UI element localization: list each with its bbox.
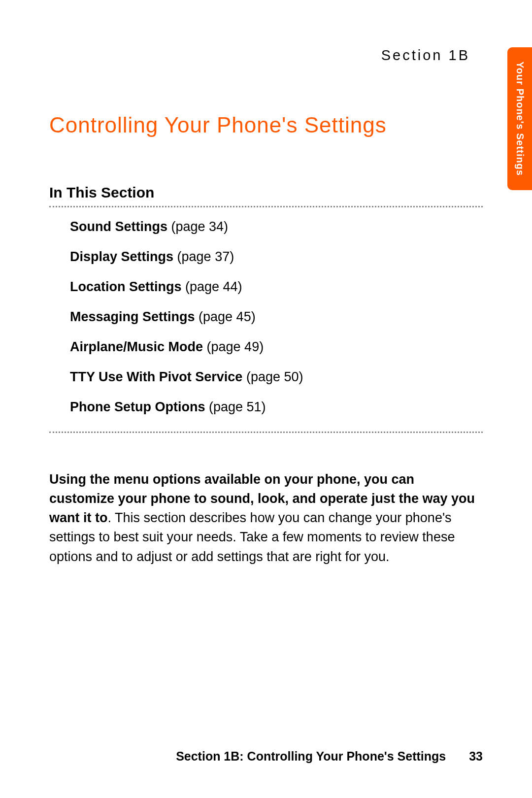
page-title: Controlling Your Phone's Settings	[49, 113, 483, 137]
toc-item: TTY Use With Pivot Service (page 50)	[70, 369, 483, 385]
toc-item-page: (page 50)	[246, 369, 303, 384]
toc-item-page: (page 45)	[199, 309, 256, 324]
footer-title: Section 1B: Controlling Your Phone's Set…	[176, 749, 446, 763]
toc-item-title: Messaging Settings	[70, 309, 195, 324]
toc-item-page: (page 37)	[177, 249, 234, 264]
toc-item-title: TTY Use With Pivot Service	[70, 369, 242, 384]
toc-item-title: Location Settings	[70, 279, 182, 294]
toc-item: Display Settings (page 37)	[70, 249, 483, 265]
footer-page-number: 33	[469, 749, 483, 763]
toc-item: Sound Settings (page 34)	[70, 219, 483, 234]
toc-item-title: Phone Setup Options	[70, 399, 205, 414]
section-label: Section 1B	[49, 47, 470, 64]
toc-item: Phone Setup Options (page 51)	[70, 399, 483, 415]
page-footer: Section 1B: Controlling Your Phone's Set…	[49, 749, 483, 764]
toc-item: Airplane/Music Mode (page 49)	[70, 339, 483, 355]
section-subtitle: In This Section	[49, 184, 483, 201]
divider-bottom	[49, 432, 483, 433]
toc-item-title: Airplane/Music Mode	[70, 339, 203, 354]
toc-item: Messaging Settings (page 45)	[70, 309, 483, 325]
side-tab-label: Your Phone's Settings	[514, 62, 526, 176]
toc-item-title: Display Settings	[70, 249, 173, 264]
toc-item-page: (page 49)	[207, 339, 264, 354]
body-rest-text: . This section describes how you can cha…	[49, 510, 455, 564]
toc-item-title: Sound Settings	[70, 219, 167, 234]
toc-list: Sound Settings (page 34) Display Setting…	[49, 207, 483, 432]
side-tab: Your Phone's Settings	[507, 47, 532, 190]
toc-item-page: (page 51)	[209, 399, 266, 414]
toc-item-page: (page 44)	[185, 279, 242, 294]
toc-item-page: (page 34)	[171, 219, 229, 234]
toc-item: Location Settings (page 44)	[70, 279, 483, 295]
body-paragraph: Using the menu options available on your…	[49, 470, 483, 566]
